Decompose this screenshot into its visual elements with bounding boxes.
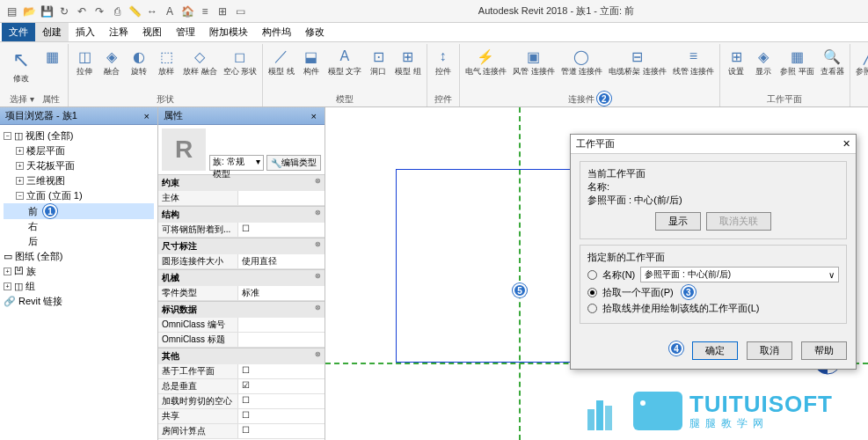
node-right[interactable]: 右	[4, 219, 154, 234]
elec-connector-button[interactable]: ⚡电气 连接件	[463, 44, 510, 78]
props-close-icon[interactable]: ×	[309, 111, 319, 121]
prop-roomcalc[interactable]: 房间计算点☐	[158, 424, 325, 439]
ok-button[interactable]: 确定	[692, 341, 738, 360]
prop-rebar[interactable]: 可将钢筋附着到...☐	[158, 223, 325, 238]
prop-vert[interactable]: 总是垂直☑	[158, 379, 325, 394]
sync-icon[interactable]: ↻	[56, 4, 72, 19]
show-workplane-button[interactable]: ◈显示	[750, 44, 777, 78]
close-windows-icon[interactable]: ⊞	[215, 4, 230, 19]
measure-icon[interactable]: 📏	[127, 4, 142, 19]
menu-modify[interactable]: 修改	[298, 23, 332, 41]
project-browser: 项目浏览器 - 族1× −◫ 视图 (全部) +楼层平面 +天花板平面 +三维视…	[0, 107, 158, 440]
menu-create[interactable]: 创建	[35, 23, 69, 41]
open-icon[interactable]: 📂	[21, 4, 37, 19]
duct-connector-button[interactable]: ▣风管 连接件	[510, 44, 558, 78]
prop-parttype[interactable]: 零件类型标准	[158, 286, 325, 301]
control-button[interactable]: ↕控件	[430, 44, 456, 78]
menu-manage[interactable]: 管理	[169, 23, 202, 41]
group-other[interactable]: 其他⊗	[158, 348, 325, 364]
group-structure[interactable]: 结构⊗	[158, 206, 325, 223]
refline-button[interactable]: ╱参照 线	[853, 44, 868, 78]
void-button[interactable]: ◻空心 形状	[221, 44, 260, 78]
edit-type-button[interactable]: 🔧 编辑类型	[266, 155, 321, 171]
radio-pickline[interactable]	[587, 304, 597, 313]
menu-addins[interactable]: 附加模块	[202, 23, 255, 41]
help-button[interactable]: 帮助	[801, 341, 847, 360]
pipe-connector-button[interactable]: ◯管道 连接件	[558, 44, 606, 78]
menu-file[interactable]: 文件	[2, 23, 35, 41]
revolve-button[interactable]: ◐旋转	[126, 44, 152, 78]
group-constraints[interactable]: 约束⊗	[158, 174, 325, 191]
option-pickline-row[interactable]: 拾取线并使用绘制该线的工作平面(L)	[587, 302, 839, 315]
panel-shapes: ◫拉伸 ◈融合 ◐旋转 ⬚放样 ◇放样 融合 ◻空心 形状 形状	[69, 44, 263, 106]
menu-components[interactable]: 构件坞	[255, 23, 298, 41]
blend-button[interactable]: ◈融合	[98, 44, 125, 78]
conduit-connector-button[interactable]: ≡线管 连接件	[670, 44, 718, 78]
modelline-button[interactable]: ／模型 线	[266, 44, 297, 78]
show-button[interactable]: 显示	[655, 212, 701, 231]
component-button[interactable]: ⬓构件	[298, 44, 325, 78]
browser-close-icon[interactable]: ×	[142, 111, 152, 121]
switch-windows-icon[interactable]: ▭	[232, 4, 248, 19]
cancel-button[interactable]: 取消	[747, 341, 792, 360]
default-view-icon[interactable]: 🏠	[179, 4, 195, 19]
modelgroup-button[interactable]: ⊞模型 组	[392, 44, 424, 78]
menu-annotate[interactable]: 注释	[102, 23, 135, 41]
node-ceiling[interactable]: +天花板平面	[4, 158, 154, 173]
node-floor[interactable]: +楼层平面	[4, 143, 154, 158]
radio-pick[interactable]	[587, 288, 597, 297]
app-menu-icon[interactable]: ▤	[4, 4, 19, 19]
set-workplane-button[interactable]: ⊞设置	[723, 44, 749, 78]
prop-wpbased[interactable]: 基于工作平面☐	[158, 364, 325, 379]
badge-4: 4	[669, 341, 683, 356]
menu-insert[interactable]: 插入	[69, 23, 102, 41]
name-label: 名称:	[587, 180, 839, 194]
props-button[interactable]: ▦	[39, 44, 65, 69]
node-elev[interactable]: −立面 (立面 1)	[4, 188, 154, 203]
menu-view[interactable]: 视图	[135, 23, 169, 41]
node-back[interactable]: 后	[4, 234, 154, 249]
node-fam[interactable]: +凹 族	[4, 264, 154, 279]
viewer-button[interactable]: 🔍查看器	[818, 44, 847, 78]
node-links[interactable]: 🔗 Revit 链接	[4, 294, 154, 309]
prop-shared[interactable]: 共享☐	[158, 409, 325, 424]
group-mech[interactable]: 机械⊗	[158, 269, 325, 286]
modeltext-button[interactable]: A模型 文字	[325, 44, 365, 78]
opening-button[interactable]: ⊡洞口	[365, 44, 391, 78]
sweptblend-button[interactable]: ◇放样 融合	[180, 44, 220, 78]
prop-omninum[interactable]: OmniClass 编号	[158, 318, 325, 333]
save-icon[interactable]: 💾	[39, 4, 55, 19]
prop-host[interactable]: 主体	[158, 191, 325, 206]
ribbon: ↖修改 ▦ 选择 ▾ 属性 ◫拉伸 ◈融合 ◐旋转 ⬚放样 ◇放样 融合 ◻空心…	[0, 42, 868, 107]
name-select[interactable]: 参照平面 : 中心(前/后)	[640, 267, 839, 282]
prop-cutvoid[interactable]: 加载时剪切的空心☐	[158, 394, 325, 409]
node-groups[interactable]: +◫ 组	[4, 279, 154, 294]
dimension-icon[interactable]: ↔	[144, 4, 160, 19]
cabletray-connector-button[interactable]: ⊟电缆桥架 连接件	[606, 44, 669, 78]
family-type-select[interactable]: 族: 常规模型	[209, 155, 264, 171]
prop-omnititle[interactable]: OmniClass 标题	[158, 333, 325, 348]
redo-icon[interactable]: ↷	[91, 4, 107, 19]
dialog-titlebar[interactable]: 工作平面✕	[571, 135, 856, 154]
option-pick-row[interactable]: 拾取一个平面(P) 3	[587, 285, 839, 299]
node-sheets[interactable]: ▭ 图纸 (全部)	[4, 249, 154, 264]
sweep-button[interactable]: ⬚放样	[153, 44, 179, 78]
option-name-row[interactable]: 名称(N) 参照平面 : 中心(前/后)	[587, 267, 839, 282]
print-icon[interactable]: ⎙	[109, 4, 125, 19]
dialog-close-icon[interactable]: ✕	[842, 138, 850, 150]
quick-access-toolbar: ▤ 📂 💾 ↻ ↶ ↷ ⎙ 📏 ↔ A 🏠 ≡ ⊞ ▭	[4, 4, 248, 19]
undo-icon[interactable]: ↶	[74, 4, 90, 19]
prop-round[interactable]: 圆形连接件大小使用直径	[158, 254, 325, 269]
text-icon[interactable]: A	[162, 4, 178, 19]
group-iddata[interactable]: 标识数据⊗	[158, 301, 325, 318]
node-3d[interactable]: +三维视图	[4, 173, 154, 188]
radio-name[interactable]	[587, 270, 597, 280]
elephant-icon	[633, 392, 682, 430]
extrude-button[interactable]: ◫拉伸	[71, 44, 98, 78]
node-views[interactable]: −◫ 视图 (全部)	[4, 128, 154, 143]
thin-lines-icon[interactable]: ≡	[197, 4, 213, 19]
refplane-button[interactable]: ▦参照 平面	[777, 44, 817, 78]
modify-button[interactable]: ↖修改	[4, 44, 38, 85]
node-front[interactable]: 前1	[4, 203, 154, 219]
group-dim[interactable]: 尺寸标注⊗	[158, 238, 325, 254]
